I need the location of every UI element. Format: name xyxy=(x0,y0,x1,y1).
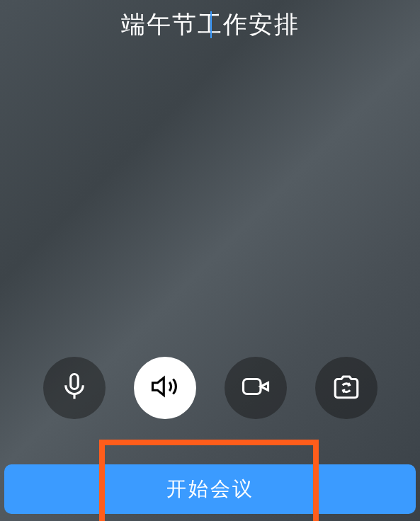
camera-switch-button[interactable] xyxy=(315,357,378,419)
video-icon xyxy=(241,372,271,404)
svg-rect-0 xyxy=(70,374,78,389)
speaker-icon xyxy=(150,372,180,404)
media-controls xyxy=(0,357,420,419)
microphone-icon xyxy=(59,372,89,404)
svg-marker-2 xyxy=(152,378,164,396)
meeting-title-container: 端午节工作安排 xyxy=(0,8,420,41)
speaker-button[interactable] xyxy=(134,357,196,419)
start-meeting-label: 开始会议 xyxy=(166,476,254,503)
start-meeting-button[interactable]: 开始会议 xyxy=(4,464,416,514)
microphone-button[interactable] xyxy=(43,357,106,419)
video-button[interactable] xyxy=(225,357,287,419)
camera-switch-icon xyxy=(331,372,361,404)
svg-marker-4 xyxy=(261,383,268,391)
meeting-title-input[interactable]: 端午节工作安排 xyxy=(121,8,300,41)
text-cursor xyxy=(210,11,212,38)
svg-rect-3 xyxy=(243,379,261,394)
